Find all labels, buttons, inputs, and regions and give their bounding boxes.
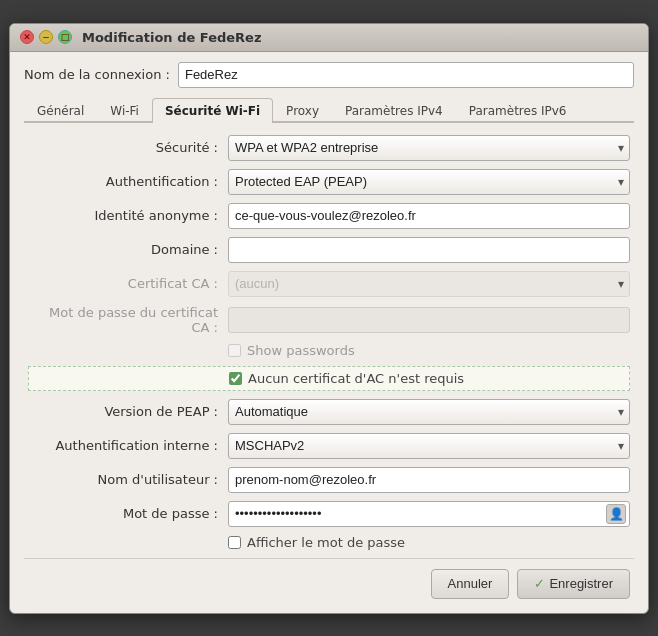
inner-auth-label: Authentification interne : — [28, 438, 228, 453]
tab-ipv4[interactable]: Paramètres IPv4 — [332, 98, 456, 123]
peap-version-select-wrapper: Automatique — [228, 399, 630, 425]
tab-ipv6[interactable]: Paramètres IPv6 — [456, 98, 580, 123]
auth-row: Authentification : Protected EAP (PEAP) — [28, 169, 630, 195]
show-passwords-row: Show passwords — [28, 343, 630, 358]
domain-label: Domaine : — [28, 242, 228, 257]
tab-wifi[interactable]: Wi-Fi — [97, 98, 152, 123]
password-label: Mot de passe : — [28, 506, 228, 521]
ca-password-input[interactable] — [228, 307, 630, 333]
ca-password-label: Mot de passe du certificat CA : — [28, 305, 228, 335]
domain-input[interactable] — [228, 237, 630, 263]
peap-version-row: Version de PEAP : Automatique — [28, 399, 630, 425]
auth-select[interactable]: Protected EAP (PEAP) — [228, 169, 630, 195]
checkmark-icon: ✓ — [534, 576, 545, 591]
security-label: Sécurité : — [28, 140, 228, 155]
password-icon-button[interactable]: 👤 — [606, 504, 626, 524]
tab-proxy[interactable]: Proxy — [273, 98, 332, 123]
ca-cert-select-wrapper: (aucun) — [228, 271, 630, 297]
auth-select-wrapper: Protected EAP (PEAP) — [228, 169, 630, 195]
show-passwords-label: Show passwords — [247, 343, 355, 358]
password-input[interactable] — [228, 501, 630, 527]
ca-cert-select[interactable]: (aucun) — [228, 271, 630, 297]
inner-auth-select-wrapper: MSCHAPv2 — [228, 433, 630, 459]
no-cert-label: Aucun certificat d'AC n'est requis — [248, 371, 464, 386]
anonymous-id-row: Identité anonyme : — [28, 203, 630, 229]
minimize-button[interactable]: − — [39, 30, 53, 44]
save-label: Enregistrer — [549, 576, 613, 591]
show-password-label: Afficher le mot de passe — [247, 535, 405, 550]
cancel-button[interactable]: Annuler — [431, 569, 510, 599]
close-button[interactable]: ✕ — [20, 30, 34, 44]
tab-general[interactable]: Général — [24, 98, 97, 123]
window-content: Nom de la connexion : Général Wi-Fi Sécu… — [10, 52, 648, 613]
show-password-checkbox[interactable] — [228, 536, 241, 549]
maximize-button[interactable]: □ — [58, 30, 72, 44]
username-row: Nom d'utilisateur : — [28, 467, 630, 493]
connection-name-label: Nom de la connexion : — [24, 67, 170, 82]
peap-version-select[interactable]: Automatique — [228, 399, 630, 425]
tab-wifi-security[interactable]: Sécurité Wi-Fi — [152, 98, 273, 123]
tabs-bar: Général Wi-Fi Sécurité Wi-Fi Proxy Param… — [24, 98, 634, 123]
no-cert-row: Aucun certificat d'AC n'est requis — [28, 366, 630, 391]
form-section: Sécurité : WPA et WPA2 entreprise Authen… — [24, 135, 634, 550]
ca-cert-label: Certificat CA : — [28, 276, 228, 291]
window-controls[interactable]: ✕ − □ — [20, 30, 72, 44]
connection-name-input[interactable] — [178, 62, 634, 88]
inner-auth-row: Authentification interne : MSCHAPv2 — [28, 433, 630, 459]
domain-row: Domaine : — [28, 237, 630, 263]
peap-version-label: Version de PEAP : — [28, 404, 228, 419]
auth-label: Authentification : — [28, 174, 228, 189]
save-button[interactable]: ✓Enregistrer — [517, 569, 630, 599]
username-label: Nom d'utilisateur : — [28, 472, 228, 487]
security-row: Sécurité : WPA et WPA2 entreprise — [28, 135, 630, 161]
button-row: Annuler ✓Enregistrer — [24, 558, 634, 603]
main-window: ✕ − □ Modification de FedeRez Nom de la … — [9, 23, 649, 614]
ca-cert-row: Certificat CA : (aucun) — [28, 271, 630, 297]
titlebar: ✕ − □ Modification de FedeRez — [10, 24, 648, 52]
no-cert-checkbox[interactable] — [229, 372, 242, 385]
window-title: Modification de FedeRez — [82, 30, 261, 45]
show-password-row: Afficher le mot de passe — [28, 535, 630, 550]
anonymous-id-input[interactable] — [228, 203, 630, 229]
password-row: Mot de passe : 👤 — [28, 501, 630, 527]
inner-auth-select[interactable]: MSCHAPv2 — [228, 433, 630, 459]
connection-name-row: Nom de la connexion : — [24, 62, 634, 88]
username-input[interactable] — [228, 467, 630, 493]
ca-password-row: Mot de passe du certificat CA : — [28, 305, 630, 335]
security-select-wrapper: WPA et WPA2 entreprise — [228, 135, 630, 161]
anonymous-id-label: Identité anonyme : — [28, 208, 228, 223]
security-select[interactable]: WPA et WPA2 entreprise — [228, 135, 630, 161]
show-passwords-checkbox[interactable] — [228, 344, 241, 357]
password-wrapper: 👤 — [228, 501, 630, 527]
